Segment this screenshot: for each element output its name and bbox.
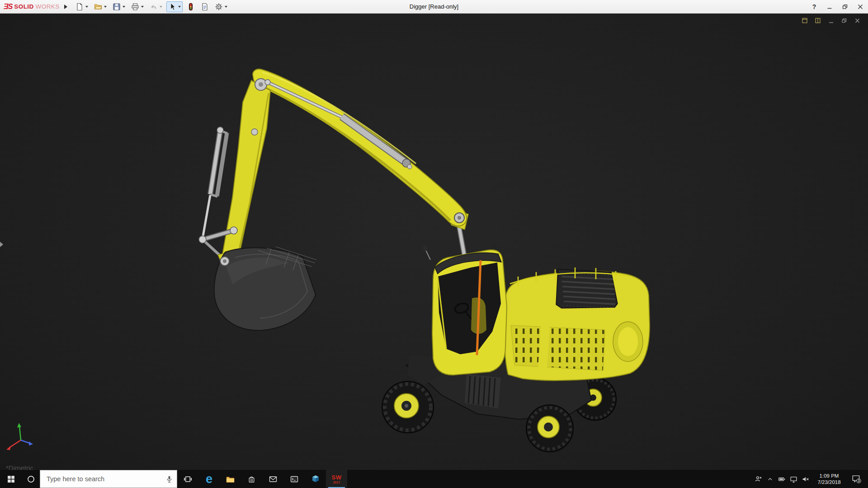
open-button[interactable] (92, 1, 108, 12)
digger-boom[interactable] (253, 69, 468, 230)
windows-taskbar: e SW 2017 (0, 470, 868, 488)
edge-button[interactable]: e (198, 470, 220, 488)
save-floppy-icon (113, 3, 121, 11)
digger-front-left-wheel[interactable] (382, 381, 434, 433)
file-explorer-icon (226, 475, 235, 483)
cortana-ring-icon (27, 475, 35, 483)
clock-date: 7/23/2018 (811, 479, 847, 485)
clock-time: 1:09 PM (811, 473, 847, 479)
solidworks-2017-icon: SW 2017 (332, 474, 342, 484)
solidworks-2017-button[interactable]: SW 2017 (326, 470, 347, 488)
undo-button[interactable] (148, 1, 164, 12)
restore-icon (842, 4, 848, 9)
dropdown-caret-icon[interactable] (123, 6, 125, 8)
system-tray: 1:09 PM 7/23/2018 3 (752, 470, 868, 488)
dropdown-caret-icon[interactable] (104, 6, 107, 8)
view-orientation-label: *Dimetric (6, 464, 33, 470)
document-window-controls (800, 17, 862, 24)
minimize-icon (827, 4, 832, 9)
doc-restore-icon (841, 18, 847, 23)
brand-text-works: WORKS (36, 3, 60, 10)
digger-dipper-arm[interactable] (221, 80, 270, 266)
new-document-icon (75, 3, 84, 11)
windows-logo-icon (7, 475, 15, 483)
options-gear-icon (215, 3, 223, 11)
doc-restore-button[interactable] (840, 17, 849, 24)
digger-front-right-wheel[interactable] (526, 405, 573, 452)
digger-bucket-cylinder[interactable] (203, 131, 227, 239)
chevron-up-icon (767, 476, 774, 483)
window-title: Digger [Read-only] (410, 3, 458, 10)
store-icon (247, 475, 256, 483)
minimize-button[interactable] (822, 0, 837, 14)
microphone-icon[interactable] (165, 475, 173, 485)
battery-icon (778, 475, 786, 483)
document-pane-icon (802, 18, 808, 23)
digger-side-vents (511, 325, 605, 371)
file-properties-icon (201, 3, 209, 11)
open-folder-icon (94, 3, 102, 11)
battery-button[interactable] (776, 470, 788, 488)
doc-close-button[interactable] (853, 17, 862, 24)
taskbar-search-box[interactable] (40, 470, 177, 488)
menubar-expand-arrow-icon[interactable] (64, 5, 67, 9)
maximize-button[interactable] (837, 0, 853, 14)
orientation-triad (6, 423, 33, 450)
doc-close-icon (854, 18, 860, 23)
dropdown-caret-icon[interactable] (141, 6, 144, 8)
digger-body[interactable] (504, 267, 650, 380)
brand-text-solid: SOLID (14, 3, 33, 10)
task-view-icon (184, 475, 192, 483)
digger-cab[interactable] (408, 246, 507, 385)
mail-icon (269, 475, 278, 483)
volume-button[interactable] (799, 470, 811, 488)
graphics-viewport[interactable]: *Dimetric (0, 14, 868, 470)
edrawings-button[interactable] (305, 470, 326, 488)
new-document-button[interactable] (74, 1, 90, 12)
dropdown-caret-icon[interactable] (160, 6, 162, 8)
solidworks-window: ƎS SOLIDWORKS (0, 0, 868, 488)
doc-pane-button-b[interactable] (813, 17, 822, 24)
notification-badge: 3 (858, 479, 860, 483)
clock[interactable]: 1:09 PM 7/23/2018 (811, 473, 847, 485)
people-button[interactable] (752, 470, 764, 488)
action-center-icon: 3 (851, 474, 861, 484)
digger-model[interactable] (0, 14, 868, 470)
volume-muted-icon (802, 475, 809, 483)
start-button[interactable] (0, 470, 22, 488)
solidworks-logo[interactable]: ƎS SOLIDWORKS (4, 3, 60, 11)
save-button[interactable] (111, 1, 127, 12)
doc-minimize-icon (828, 18, 834, 23)
doc-minimize-button[interactable] (826, 17, 835, 24)
cube-app-icon (311, 474, 320, 483)
print-button[interactable] (129, 1, 146, 12)
file-explorer-button[interactable] (220, 470, 241, 488)
command-prompt-button[interactable] (283, 470, 305, 488)
file-properties-button[interactable] (199, 1, 211, 12)
options-button[interactable] (213, 1, 229, 12)
select-cursor-icon (168, 3, 176, 11)
mail-button[interactable] (262, 470, 283, 488)
digger-bucket[interactable] (214, 247, 316, 330)
dropdown-caret-icon[interactable] (225, 6, 227, 8)
store-button[interactable] (241, 470, 262, 488)
select-tool-button[interactable] (166, 1, 183, 12)
rebuild-button[interactable] (185, 1, 197, 12)
action-center-button[interactable]: 3 (847, 470, 865, 488)
network-icon (790, 475, 797, 483)
help-button[interactable]: ? (807, 0, 822, 14)
taskbar-pinned-apps: e SW 2017 (177, 470, 347, 488)
dropdown-caret-icon[interactable] (85, 6, 88, 8)
people-icon (755, 475, 762, 483)
undo-icon (150, 3, 158, 11)
command-prompt-icon (290, 475, 299, 483)
dropdown-caret-icon[interactable] (178, 6, 181, 8)
search-input[interactable] (46, 475, 156, 483)
hidden-icons-button[interactable] (764, 470, 776, 488)
panel-expand-arrow-icon[interactable] (0, 242, 3, 247)
cortana-button[interactable] (22, 470, 40, 488)
task-view-button[interactable] (177, 470, 198, 488)
close-button[interactable] (853, 0, 868, 14)
doc-pane-button-a[interactable] (800, 17, 809, 24)
network-button[interactable] (788, 470, 799, 488)
